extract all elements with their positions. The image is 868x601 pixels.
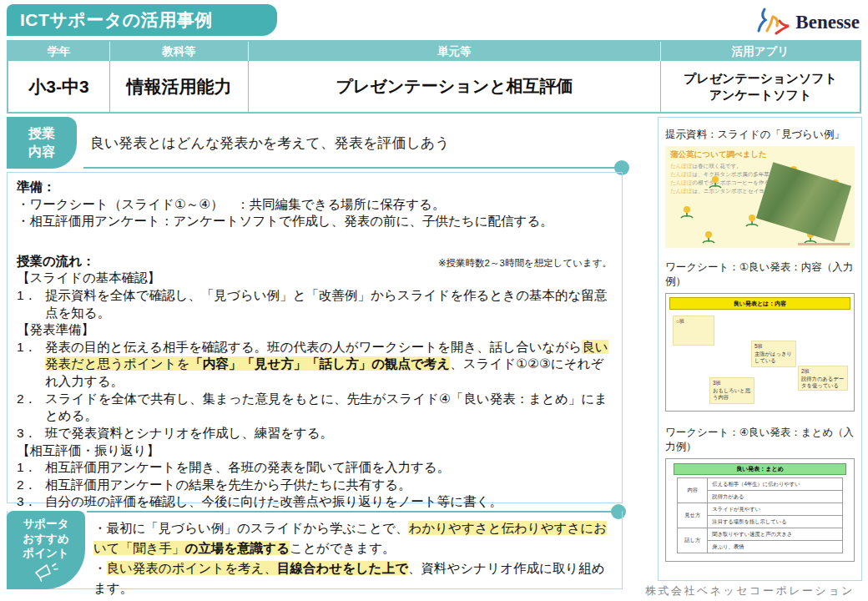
preparation-heading: 準備： — [17, 179, 613, 196]
segment-plain: 発表の目的と伝える相手を確認する。班の代表の人がワークシートを開き、話し合いなが… — [45, 340, 582, 354]
table-row: 内容 伝える相手（4年生）に伝わりやすい — [678, 478, 842, 491]
worksheet2-title-bar: 良い発表：まとめ — [674, 463, 846, 475]
preparation-item-2: ・相互評価用アンケート：アンケートソフトで作成し、発表の前に、子供たちに配信する… — [17, 213, 613, 230]
support-bullet-1: ・最初に「見づらい例」のスライドから学ぶことで、わかりやすさと伝わりやすさにおい… — [93, 518, 614, 558]
flow-heading-row: 授業の流れ： ※授業時数2～3時間を想定しています。 — [17, 253, 613, 270]
cell-unit: プレゼンテーションと相互評価 — [249, 61, 661, 112]
item-text: 班で発表資料とシナリオを作成し、練習をする。 — [45, 425, 613, 442]
badge-line2: おすすめ — [7, 532, 85, 547]
lesson-summary: 良い発表とはどんな発表かを考えて、発表を評価しあう — [90, 134, 450, 153]
col-header-unit: 単元等 — [249, 42, 661, 61]
slide-example-caption: 提示資料：スライドの「見づらい例」 — [665, 128, 855, 142]
item-number: 2． — [17, 391, 45, 425]
segment-highlight-bold: 「内容」「見せ方」「話し方」の観点で考え — [189, 356, 450, 371]
preparation-item-1: ・ワークシート（スライド①～④） ：共同編集できる場所に保存する。 — [17, 196, 613, 214]
sticky-note: 5班 主張がはっきりしている — [751, 341, 796, 367]
item-number: 3． — [17, 425, 45, 442]
flow-section1-title: 【スライドの基本確認】 — [17, 270, 613, 287]
table-row: 見せ方 スライドが見やすい — [678, 503, 842, 516]
app-survey: アンケートソフト — [709, 87, 811, 104]
document-page: ICTサポータの活用事例 Benesse 学年 教科等 単元等 活用アプリ 小3… — [0, 0, 868, 601]
row-label: 内容 — [678, 478, 708, 503]
flow-heading: 授業の流れ： — [17, 253, 95, 270]
flow-section2-item2: 2． スライドを全体で共有し、集まった意見をもとに、先生がスライド④「良い発表：… — [17, 391, 613, 425]
badge-line1: サポータ — [7, 517, 85, 532]
main-content-box: 準備： ・ワークシート（スライド①～④） ：共同編集できる場所に保存する。 ・相… — [7, 172, 623, 503]
flow-section2-item1: 1． 発表の目的と伝える相手を確認する。班の代表の人がワークシートを開き、話し合… — [17, 339, 613, 391]
segment-plain: ことができます。 — [290, 541, 396, 555]
item-number: 1． — [17, 287, 45, 321]
row-value: 身ぶり、表情 — [708, 541, 842, 553]
flow-section3-item1: 1． 相互評価用アンケートを開き、各班の発表を聞いて評価を入力する。 — [17, 459, 613, 477]
benesse-wordmark: Benesse — [795, 12, 860, 33]
worksheet2-caption: ワークシート：④良い発表：まとめ（入力例） — [665, 426, 855, 454]
flow-duration-note: ※授業時数2～3時間を想定しています。 — [438, 257, 613, 270]
row-value: スライドが見やすい — [708, 503, 842, 516]
slide-line-2: たんぽぽは、キク科タンポポ属の多年草です。 — [665, 170, 855, 179]
row-value: 伝える相手（4年生）に伝わりやすい — [708, 478, 842, 491]
flow-section1-item1: 1． 提示資料を全体で確認し、「見づらい例」と「改善例」からスライドを作るときの… — [17, 287, 613, 321]
item-text: 提示資料を全体で確認し、「見づらい例」と「改善例」からスライドを作るときの基本的… — [45, 287, 613, 321]
item-number: 2． — [17, 477, 45, 494]
worksheet-summary-thumbnail: 良い発表：まとめ 内容 伝える相手（4年生）に伝わりやすい 説得力がある 見せ方… — [665, 458, 855, 562]
table-row: 話し方 聞き取りやすい速度と声の大きさ — [678, 528, 842, 541]
badge-line1: 授業 — [28, 124, 55, 143]
item-number: 3． — [17, 493, 45, 511]
lesson-info-table: 学年 教科等 単元等 活用アプリ 小3-中3 情報活用能力 プレゼンテーションと… — [7, 40, 861, 114]
item-text: 自分の班の評価を確認し、今後に向けた改善点や振り返りをノート等に書く。 — [45, 493, 613, 511]
flow-section3-item3: 3． 自分の班の評価を確認し、今後に向けた改善点や振り返りをノート等に書く。 — [17, 493, 613, 511]
support-points-text: ・最初に「見づらい例」のスライドから学ぶことで、わかりやすさと伝わりやすさにおい… — [93, 518, 614, 598]
flow-section2-title: 【発表準備】 — [17, 321, 613, 339]
slide-lead-word: たんぽぽ — [670, 188, 693, 194]
support-bullet-2: ・良い発表のポイントを考え、目線合わせをした上で、資料やシナリオ作成に取り組めま… — [93, 558, 614, 598]
flow-section2-item3: 3． 班で発表資料とシナリオを作成し、練習をする。 — [17, 425, 613, 442]
cell-apps: プレゼンテーションソフト アンケートソフト — [661, 61, 860, 112]
summary-table: 内容 伝える相手（4年生）に伝わりやすい 説得力がある 見せ方 スライドが見やす… — [677, 477, 842, 553]
item-text: 相互評価用アンケートの結果を先生から子供たちに共有する。 — [45, 477, 613, 494]
item-text: 相互評価用アンケートを開き、各班の発表を聞いて評価を入力する。 — [45, 459, 613, 477]
sticky-note: ○班 — [673, 316, 714, 346]
divider-top — [83, 167, 618, 169]
row-label: 見せ方 — [678, 503, 708, 528]
company-name: 株式会社ベネッセコーポレーション — [645, 583, 855, 598]
cell-grade: 小3-中3 — [8, 61, 110, 112]
row-value: 注目する場所を指し示している — [708, 516, 842, 528]
flow-section3-item2: 2． 相互評価用アンケートの結果を先生から子供たちに共有する。 — [17, 477, 613, 494]
slide-lead-word: たんぽぽ — [670, 179, 693, 185]
col-header-apps: 活用アプリ — [661, 42, 860, 61]
item-number: 1． — [17, 339, 45, 391]
photo-credit-line — [798, 243, 850, 245]
segment-plain: ・ — [93, 561, 107, 575]
segment-plain: ・最初に「見づらい例」のスライドから学ぶことで、 — [93, 521, 408, 535]
dandelion-icon — [709, 176, 722, 189]
segment-highlight-bold: の立場を意識する — [185, 541, 290, 555]
supporter-points-badge: サポータ おすすめ ポイント — [7, 511, 85, 589]
slide-line-rest: は春に咲く花です。 — [693, 163, 742, 169]
segment-highlight: 良い発表のポイントを考え、 — [107, 561, 277, 575]
sticky-note: 2班 説得力のあるデータを使っている — [798, 366, 848, 391]
cell-subject: 情報活用能力 — [110, 61, 249, 112]
page-title: ICTサポータの活用事例 — [7, 4, 277, 36]
slide-lead-word: たんぽぽ — [670, 163, 693, 169]
slide-lead-word: たんぽぽ — [670, 171, 693, 177]
benesse-figures-icon — [755, 7, 792, 38]
megaphone-icon — [33, 573, 59, 585]
hard-to-read-slide-thumbnail: 蒲公英について調べました たんぽぽは春に咲く花です。 たんぽぽは、キク科タンポポ… — [665, 146, 855, 248]
item-text: 発表の目的と伝える相手を確認する。班の代表の人がワークシートを開き、話し合いなが… — [45, 339, 613, 391]
slide-title: 蒲公英について調べました — [665, 146, 855, 162]
worksheet-content-thumbnail: 良い発表とは：内容 ○班 5班 主張がはっきりしている 2班 説得力のあるデータ… — [665, 293, 855, 412]
dandelion-icon — [702, 231, 715, 245]
item-text: スライドを全体で共有し、集まった意見をもとに、先生がスライド④「良い発表：まとめ… — [45, 391, 613, 425]
sticky-note: 3班 おもしろいと思う内容 — [709, 377, 754, 404]
col-header-grade: 学年 — [8, 42, 110, 61]
spacer — [17, 230, 613, 253]
examples-panel: 提示資料：スライドの「見づらい例」 蒲公英について調べました たんぽぽは春に咲く… — [658, 117, 862, 581]
dandelion-icon — [680, 206, 694, 220]
item-number: 1． — [17, 459, 45, 477]
worksheet1-title-bar: 良い発表とは：内容 — [669, 297, 850, 310]
row-value: 聞き取りやすい速度と声の大きさ — [708, 528, 842, 541]
lesson-content-badge: 授業 内容 — [7, 117, 77, 169]
worksheet1-caption: ワークシート：①良い発表：内容（入力例） — [665, 260, 855, 289]
segment-highlight-bold: 目線合わせをした上で — [277, 561, 408, 575]
flow-section3-title: 【相互評価・振り返り】 — [17, 442, 613, 460]
